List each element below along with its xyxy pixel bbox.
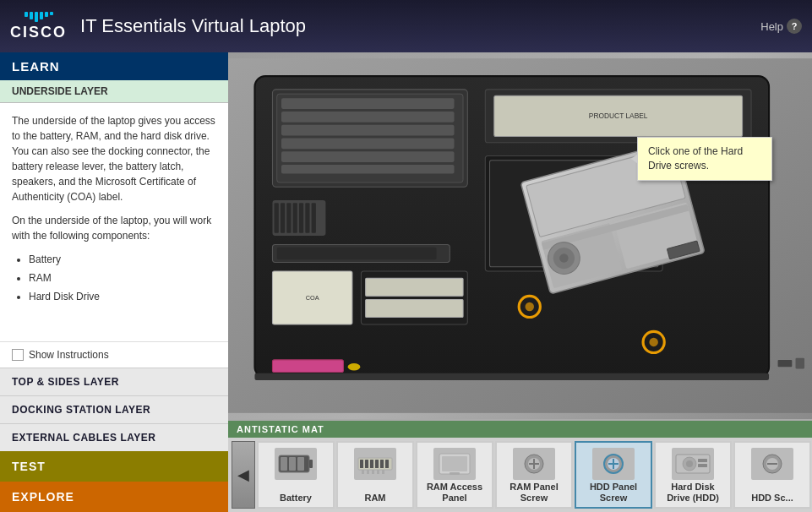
- scroll-left-button[interactable]: ◀: [232, 441, 255, 509]
- nav-external-cables[interactable]: EXTERNAL CABLES LAYER: [0, 423, 228, 451]
- ram-icon: [354, 448, 396, 480]
- svg-rect-58: [380, 460, 384, 468]
- svg-point-78: [686, 460, 693, 467]
- description-p2: On the underside of the laptop, you will…: [12, 213, 216, 243]
- help-icon: ?: [787, 19, 802, 34]
- svg-rect-59: [385, 460, 389, 468]
- bar4: [40, 12, 43, 19]
- hdd-panel-screw-icon: [592, 448, 635, 480]
- show-instructions-checkbox[interactable]: [12, 349, 24, 361]
- svg-rect-42: [277, 248, 437, 260]
- component-card-hdd[interactable]: Hard Disk Drive (HDD): [654, 441, 732, 509]
- cisco-text: CISCO: [10, 24, 67, 41]
- svg-rect-6: [281, 125, 455, 136]
- sidebar: LEARN UNDERSIDE LAYER The underside of t…: [0, 52, 228, 512]
- header: CISCO IT Essentials Virtual Laptop Help …: [0, 0, 812, 52]
- svg-text:COA: COA: [306, 294, 319, 302]
- ram-access-panel-label: RAM Access Panel: [421, 482, 488, 504]
- svg-rect-67: [450, 472, 460, 475]
- components-list: Battery RAM Hard Disk Drive: [29, 252, 216, 304]
- ram-panel-screw-label: RAM Panel Screw: [500, 482, 568, 504]
- svg-rect-80: [698, 464, 707, 467]
- svg-rect-79: [698, 459, 707, 462]
- svg-rect-8: [281, 151, 455, 162]
- component-item-hdd: Hard Disk Drive: [29, 289, 216, 304]
- component-card-ram[interactable]: RAM: [336, 441, 414, 509]
- ram-label: RAM: [364, 493, 385, 504]
- svg-rect-4: [281, 98, 455, 109]
- bar2: [30, 12, 33, 19]
- svg-rect-47: [366, 300, 463, 318]
- svg-rect-31: [778, 360, 793, 367]
- svg-rect-28: [272, 360, 343, 373]
- svg-rect-60: [362, 470, 364, 474]
- battery-icon: [275, 448, 317, 480]
- component-card-ram-access-panel[interactable]: RAM Access Panel: [416, 441, 493, 509]
- svg-rect-61: [367, 470, 369, 474]
- explore-button[interactable]: EXPLORE: [0, 482, 228, 512]
- nav-top-sides[interactable]: TOP & SIDES LAYER: [0, 368, 228, 395]
- description-area: The underside of the laptop gives you ac…: [0, 103, 228, 341]
- learn-header: LEARN: [0, 52, 228, 80]
- svg-rect-66: [442, 456, 467, 471]
- svg-rect-35: [281, 203, 285, 233]
- show-instructions-label: Show Instructions: [29, 349, 109, 361]
- svg-rect-29: [348, 363, 361, 370]
- hdd-sc-label: HDD Sc...: [751, 493, 793, 504]
- ram-access-panel-icon: [433, 448, 476, 480]
- svg-rect-7: [281, 139, 455, 150]
- battery-label: Battery: [280, 493, 312, 504]
- svg-rect-56: [370, 460, 373, 468]
- svg-rect-63: [377, 470, 379, 474]
- svg-rect-54: [360, 460, 363, 468]
- nav-docking-station[interactable]: DOCKING STATION LAYER: [0, 395, 228, 423]
- svg-rect-51: [289, 457, 296, 471]
- svg-point-27: [649, 338, 657, 346]
- hdd-panel-screw-label: HDD Panel Screw: [580, 482, 647, 504]
- svg-rect-40: [312, 203, 316, 233]
- content-area: PRODUCT LABEL: [228, 52, 812, 512]
- cisco-bars: [25, 12, 53, 22]
- bar5: [45, 12, 48, 17]
- svg-rect-46: [366, 278, 463, 296]
- component-card-ram-panel-screw[interactable]: RAM Panel Screw: [495, 441, 573, 509]
- svg-rect-32: [796, 358, 804, 369]
- svg-rect-64: [382, 470, 384, 474]
- laptop-svg: PRODUCT LABEL: [228, 52, 812, 419]
- component-item-ram: RAM: [29, 270, 216, 286]
- help-label: Help: [760, 20, 783, 33]
- svg-rect-9: [281, 165, 455, 173]
- ram-panel-screw-icon: [513, 448, 555, 480]
- component-card-battery[interactable]: Battery: [257, 441, 335, 509]
- show-instructions-toggle[interactable]: Show Instructions: [0, 341, 228, 368]
- svg-rect-49: [309, 460, 313, 468]
- component-item-battery: Battery: [29, 252, 216, 267]
- hdd-label: Hard Disk Drive (HDD): [659, 482, 727, 504]
- svg-rect-30: [254, 373, 769, 380]
- svg-rect-37: [293, 203, 297, 233]
- bottom-bar: ANTISTATIC MAT ◀ Batter: [228, 419, 812, 512]
- hdd-sc-icon: [751, 448, 793, 480]
- help-button[interactable]: Help ?: [760, 19, 802, 34]
- svg-rect-39: [305, 203, 309, 233]
- layer-title: UNDERSIDE LAYER: [0, 80, 228, 103]
- svg-rect-50: [281, 457, 287, 471]
- svg-point-25: [526, 302, 534, 311]
- component-card-hdd-panel-screw[interactable]: HDD Panel Screw: [575, 441, 652, 509]
- svg-rect-57: [375, 460, 379, 468]
- antistatic-label: ANTISTATIC MAT: [228, 421, 812, 438]
- main-layout: LEARN UNDERSIDE LAYER The underside of t…: [0, 52, 812, 512]
- description-p1: The underside of the laptop gives you ac…: [12, 113, 216, 204]
- svg-rect-36: [286, 203, 291, 233]
- cisco-logo: CISCO: [10, 12, 67, 41]
- component-card-hdd-sc[interactable]: HDD Sc...: [733, 441, 811, 509]
- bar1: [25, 12, 28, 17]
- svg-rect-62: [372, 470, 374, 474]
- svg-rect-52: [297, 457, 304, 471]
- viewport: PRODUCT LABEL: [228, 52, 812, 419]
- tooltip-text: Click one of the Hard Drive screws.: [648, 145, 743, 172]
- test-button[interactable]: TEST: [0, 451, 228, 482]
- svg-rect-55: [365, 460, 368, 468]
- bar3: [35, 12, 38, 22]
- svg-text:PRODUCT LABEL: PRODUCT LABEL: [589, 112, 648, 120]
